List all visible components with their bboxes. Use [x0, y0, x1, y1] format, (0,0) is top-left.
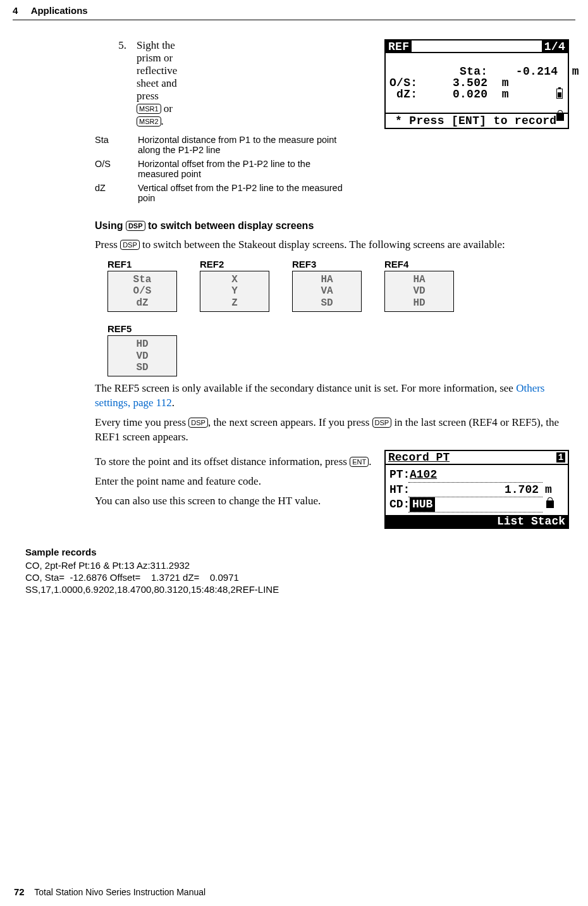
table-row: O/S Horizontal offset from the P1-P2 lin…	[95, 157, 364, 181]
lock-icon	[546, 500, 554, 508]
def-term: Sta	[95, 133, 138, 157]
ref1-block: REF1 Sta O/S dZ	[107, 259, 177, 312]
mini-screen: HD VD SD	[107, 335, 177, 376]
subheading: Using DSP to switch between display scre…	[95, 220, 569, 232]
def-term: dZ	[95, 181, 138, 205]
lcd-footer: * Press [ENT] to record	[386, 113, 568, 128]
paragraph: Every time you press DSP, the next scree…	[95, 416, 569, 445]
mini-screen: Sta O/S dZ	[107, 271, 177, 312]
key-dsp: DSP	[372, 418, 392, 428]
ref4-block: REF4 HA VD HD	[384, 259, 454, 312]
sample-line: SS,17,1.0000,6.9202,18.4700,80.3120,15:4…	[25, 584, 575, 595]
ref-screens-row2: REF5 HD VD SD	[107, 323, 569, 376]
paragraph: The REF5 screen is only available if the…	[95, 382, 569, 411]
mini-screen: HA VA SD	[292, 271, 362, 312]
ref5-block: REF5 HD VD SD	[107, 323, 177, 376]
def-desc: Horizontal distance from P1 to the measu…	[138, 133, 364, 157]
mini-screen: X Y Z	[200, 271, 269, 312]
lcd2-bottom: List Stack	[386, 515, 568, 528]
lcd-title-right: 1/4	[542, 40, 568, 53]
key-ent: ENT	[350, 457, 369, 467]
ht-value: 1.702	[408, 483, 542, 498]
cd-value: HUB	[410, 497, 435, 512]
ref3-block: REF3 HA VA SD	[292, 259, 362, 312]
key-dsp: DSP	[188, 418, 208, 428]
header-rule	[13, 20, 575, 20]
sample-records: Sample records CO, 2pt-Ref Pt:16 & Pt:13…	[25, 547, 575, 595]
footer-title: Total Station Nivo Series Instruction Ma…	[34, 887, 205, 897]
def-term: O/S	[95, 157, 138, 181]
lcd-ref-screen: REF 1/4 Sta: -0.214 m O/S: 3.502 m dZ: 0…	[384, 39, 569, 129]
paragraph: To store the point and its offset distan…	[95, 455, 373, 469]
table-row: Sta Horizontal distance from P1 to the m…	[95, 133, 364, 157]
chapter-title: Applications	[31, 5, 88, 16]
lock-icon	[556, 113, 564, 121]
lcd2-title: Record PT	[388, 451, 556, 464]
lcd2-badge: 1	[556, 452, 565, 462]
sample-line: CO, 2pt-Ref Pt:16 & Pt:13 Az:311.2932	[25, 560, 575, 571]
lcd-body-lines: Sta: -0.214 m O/S: 3.502 m dZ: 0.020 m	[389, 65, 579, 101]
mini-screen: HA VD HD	[384, 271, 454, 312]
key-msr2: MSR2	[137, 116, 161, 127]
lcd-record-screen: Record PT 1 PT: A102 HT: 1.702 m	[384, 450, 569, 529]
ref-screens-row1: REF1 Sta O/S dZ REF2 X Y Z REF3 HA	[107, 259, 569, 312]
chapter-num: 4	[13, 5, 18, 16]
battery-icon	[556, 89, 563, 99]
paragraph: Enter the point name and feature code.	[95, 475, 373, 489]
def-desc: Vertical offset from the P1-P2 line to t…	[138, 181, 364, 205]
lcd-title-left: REF	[386, 40, 412, 53]
ref2-block: REF2 X Y Z	[200, 259, 269, 312]
key-msr1: MSR1	[137, 104, 161, 114]
key-dsp: DSP	[126, 221, 145, 231]
table-row: dZ Vertical offset from the P1-P2 line t…	[95, 181, 364, 205]
sample-line: CO, Sta= -12.6876 Offset= 1.3721 dZ= 0.0…	[25, 572, 575, 583]
paragraph: You can also use this screen to change t…	[95, 494, 373, 509]
page-number: 72	[14, 886, 25, 897]
def-desc: Horizontal offset from the P1-P2 line to…	[138, 157, 364, 181]
step-text: Sight the prism or reflective sheet and …	[137, 39, 377, 128]
key-dsp: DSP	[120, 240, 140, 250]
page-header: 4 Applications	[13, 5, 575, 20]
page-footer: 72 Total Station Nivo Series Instruction…	[0, 886, 588, 897]
pt-value: A102	[408, 468, 542, 483]
step-number: 5.	[95, 39, 137, 128]
definition-table: Sta Horizontal distance from P1 to the m…	[95, 133, 364, 205]
paragraph: Press DSP to switch between the Stakeout…	[95, 238, 569, 252]
